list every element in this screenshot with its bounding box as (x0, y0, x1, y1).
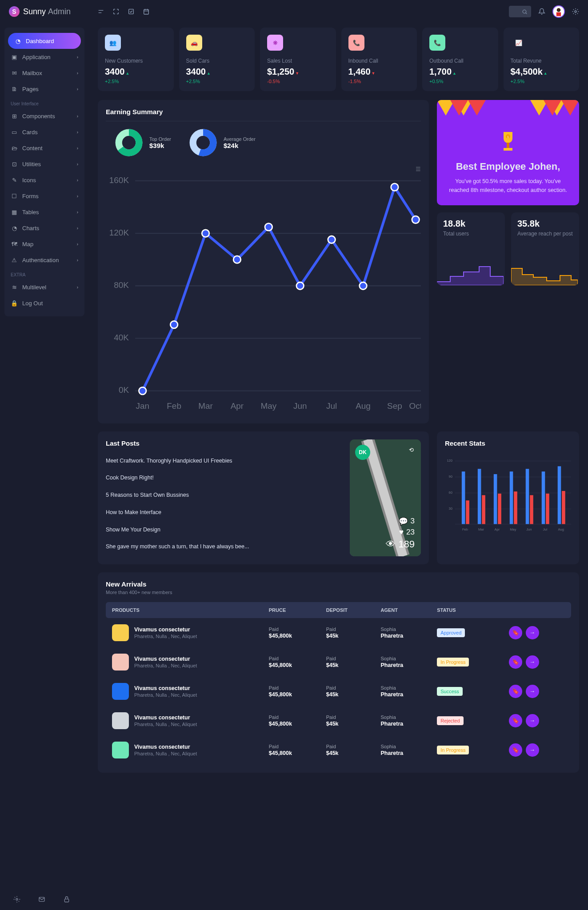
header-toolbar (97, 8, 150, 15)
search-input[interactable] (509, 6, 531, 17)
chevron-right-icon: › (77, 114, 78, 119)
sidebar-item-dashboard[interactable]: ◔Dashboard (8, 33, 81, 49)
post-link[interactable]: Meet Craftwork. Thoroghly Handpicked UI … (106, 452, 343, 470)
bookmark-button[interactable]: 🔖 (509, 655, 522, 669)
stat-value: $1,250▼ (267, 67, 329, 77)
product-thumb (112, 654, 129, 671)
svg-point-26 (296, 282, 304, 290)
nav-label: Content (22, 145, 43, 152)
sidebar-item-log-out[interactable]: 🔒Log Out (4, 295, 84, 311)
svg-text:40K: 40K (114, 333, 129, 342)
status-badge: In Progress (437, 658, 469, 667)
chevron-right-icon: › (77, 55, 78, 60)
svg-point-22 (170, 321, 178, 328)
svg-rect-65 (542, 471, 545, 524)
sidebar-item-content[interactable]: 🗁Content› (4, 140, 84, 156)
post-link[interactable]: Show Me Your Design (106, 521, 343, 539)
stat-value: 3400▲ (186, 67, 248, 77)
sidebar-item-map[interactable]: 🗺Map› (4, 236, 84, 252)
svg-text:Mar: Mar (478, 527, 484, 531)
footer-gear-icon[interactable] (13, 896, 20, 903)
menu-toggle-icon[interactable] (97, 8, 104, 15)
checkbox-icon[interactable] (128, 8, 135, 15)
arrow-button[interactable]: → (526, 626, 539, 639)
svg-rect-64 (530, 495, 533, 524)
gear-icon[interactable] (572, 8, 579, 15)
table-row: Vivamus consecteturPharetra, Nulla , Nec… (106, 706, 571, 735)
product-thumb (112, 683, 129, 700)
bookmark-button[interactable]: 🔖 (509, 626, 522, 639)
brand-suffix: Admin (48, 7, 71, 16)
bookmark-button[interactable]: 🔖 (509, 714, 522, 727)
svg-rect-55 (462, 471, 465, 524)
chevron-right-icon: › (77, 71, 78, 76)
svg-text:120K: 120K (109, 228, 129, 237)
post-author-badge: DK (355, 445, 370, 460)
bookmark-button[interactable]: 🔖 (509, 743, 522, 757)
post-link[interactable]: How to Make Interface (106, 504, 343, 521)
stat-card: 📞Inbound Call1,460▼-1.5% (341, 28, 417, 91)
sidebar-item-tables[interactable]: ▦Tables› (4, 204, 84, 220)
footer-mail-icon[interactable] (38, 896, 45, 903)
sidebar-item-forms[interactable]: ☐Forms› (4, 188, 84, 204)
table-row: Vivamus consecteturPharetra, Nulla , Nec… (106, 735, 571, 765)
svg-text:Mar: Mar (198, 401, 213, 411)
sidebar-item-icons[interactable]: ✎Icons› (4, 172, 84, 188)
logo[interactable]: Sunny Admin (9, 6, 71, 17)
sidebar-item-multilevel[interactable]: ≋Multilevel› (4, 279, 84, 295)
svg-rect-59 (494, 474, 497, 524)
sidebar-item-charts[interactable]: ◔Charts› (4, 220, 84, 236)
sidebar-item-pages[interactable]: 🗎Pages› (4, 81, 84, 97)
stat-icon: 📞 (348, 35, 364, 51)
svg-rect-42 (504, 148, 512, 151)
sidebar-item-components[interactable]: ⊞Components› (4, 108, 84, 124)
arrow-button[interactable]: → (526, 685, 539, 698)
user-avatar[interactable] (552, 5, 565, 18)
svg-text:Oct: Oct (409, 401, 421, 411)
stat-icon: 📈 (511, 35, 527, 51)
brand-name: Sunny (23, 7, 46, 16)
arrow-button[interactable]: → (526, 743, 539, 757)
eye-icon: 👁 (386, 539, 396, 550)
table-header: AGENT (375, 602, 431, 618)
post-link[interactable]: She gave my mother such a turn, that I h… (106, 538, 343, 555)
product-thumb (112, 712, 129, 729)
svg-text:Feb: Feb (462, 527, 468, 531)
svg-point-4 (557, 8, 561, 12)
bell-icon[interactable] (538, 8, 545, 15)
sidebar-item-mailbox[interactable]: ✉Mailbox› (4, 65, 84, 81)
table-row: Vivamus consecteturPharetra, Nulla , Nec… (106, 647, 571, 677)
arrow-button[interactable]: → (526, 714, 539, 727)
stat-change: +2.5% (186, 79, 248, 84)
post-image[interactable]: DK ⟲ 💬3 ♥23 👁189 (350, 439, 421, 556)
sidebar-item-cards[interactable]: ▭Cards› (4, 124, 84, 140)
svg-text:Apr: Apr (494, 527, 500, 531)
fullscreen-icon[interactable] (112, 8, 120, 15)
product-name: Vivamus consectetur (134, 685, 197, 691)
sidebar-item-application[interactable]: ▣Application› (4, 49, 84, 65)
post-link[interactable]: 5 Reasons to Start Own Bussines (106, 487, 343, 504)
logo-icon (9, 6, 20, 17)
calendar-icon[interactable] (143, 8, 150, 15)
svg-text:160K: 160K (109, 176, 129, 185)
post-link[interactable]: Cook Design Right! (106, 469, 343, 487)
chevron-right-icon: › (77, 242, 78, 247)
stat-label: Sales Lost (267, 58, 329, 64)
sidebar-item-utilities[interactable]: ⊡Utilities› (4, 156, 84, 172)
bookmark-button[interactable]: 🔖 (509, 685, 522, 698)
chevron-right-icon: › (77, 178, 78, 183)
arrow-button[interactable]: → (526, 655, 539, 669)
sidebar-item-authentication[interactable]: ⚠Authentication› (4, 252, 84, 268)
svg-point-28 (360, 282, 367, 290)
svg-text:Apr: Apr (231, 401, 244, 411)
footer-lock-icon[interactable] (63, 896, 70, 903)
svg-rect-1 (144, 9, 149, 14)
status-badge: Success (437, 687, 463, 696)
refresh-icon[interactable]: ⟲ (409, 447, 414, 453)
svg-rect-56 (466, 500, 469, 524)
nav-label: Map (22, 241, 33, 247)
svg-text:Aug: Aug (558, 527, 564, 531)
nav-label: Utilities (22, 161, 41, 168)
avg-order-donut (189, 128, 217, 157)
footer-bar (0, 889, 588, 910)
